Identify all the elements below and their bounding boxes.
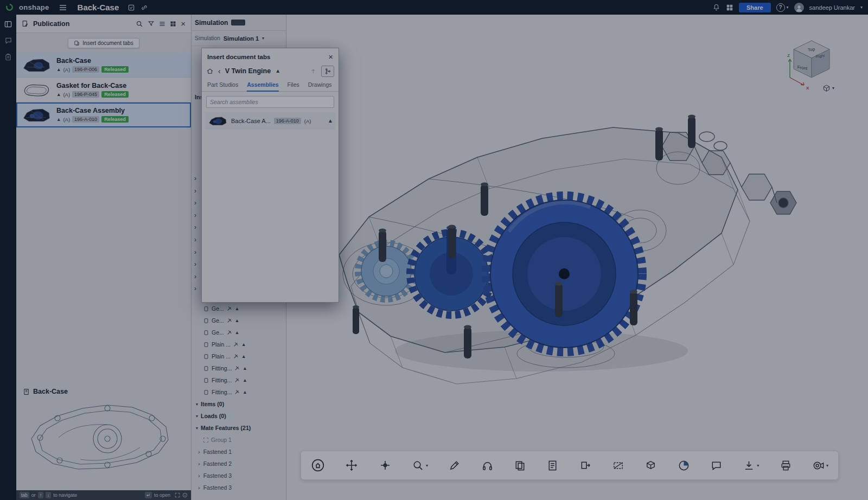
expand-chevron-icon[interactable]: › — [198, 448, 200, 455]
simulation-label: Simulation — [195, 35, 220, 41]
simulation-select[interactable]: Simulation 1 — [224, 35, 259, 42]
feature-row[interactable]: Ge... ▲ — [192, 326, 286, 338]
fastened-row[interactable]: › Fastened 2 — [192, 458, 286, 470]
feature-row[interactable]: Fitting... ▲ — [192, 374, 286, 386]
mate-doc-icon — [203, 330, 209, 336]
explode-view-button[interactable] — [644, 459, 657, 472]
insert-strip: Insert document tabs — [16, 33, 191, 53]
dialog-document-name: V Twin Engine — [225, 67, 271, 75]
released-badge: Released — [101, 91, 129, 98]
fastened-row[interactable]: › Fastened 3 — [192, 482, 286, 493]
assembly-3d-model[interactable] — [308, 96, 840, 411]
feature-row[interactable]: Ge... ▲ — [192, 303, 286, 315]
print-button[interactable] — [780, 459, 792, 472]
view-options-caret-icon[interactable]: ▾ — [832, 86, 834, 91]
section-caret-icon[interactable]: ▾ — [196, 426, 198, 431]
publication-item-back-case-assembly[interactable]: Back-Case Assembly ▲ (A) 196-A-010 Relea… — [16, 102, 191, 127]
card-view-icon[interactable] — [170, 21, 176, 27]
link-icon[interactable] — [141, 4, 148, 11]
fastened-row[interactable]: › Fastened 1 — [192, 446, 286, 458]
pie-chart-button[interactable] — [678, 459, 690, 472]
version-graph-button[interactable] — [321, 66, 334, 77]
tab-part-studios[interactable]: Part Studios — [207, 81, 238, 91]
apps-grid-icon[interactable] — [726, 4, 733, 11]
user-avatar[interactable] — [794, 3, 804, 12]
section-view-button[interactable] — [612, 459, 624, 472]
feature-row[interactable]: Fitting... ▲ — [192, 362, 286, 374]
panels-icon[interactable] — [4, 20, 12, 28]
move-button[interactable] — [379, 459, 392, 472]
help-caret-icon[interactable]: ▾ — [787, 5, 789, 10]
document-button[interactable] — [546, 459, 559, 472]
part-thumbnail — [21, 80, 52, 100]
download-button[interactable]: ▾ — [743, 459, 759, 472]
clipboard-icon[interactable] — [4, 53, 12, 61]
feature-row[interactable]: Plain ... ▲ — [192, 350, 286, 362]
search-icon[interactable] — [136, 20, 143, 28]
filter-funnel-icon[interactable] — [148, 20, 155, 27]
section-mate-features[interactable]: ▾ Mate Features (21) — [192, 422, 286, 434]
user-menu-caret-icon[interactable]: ▾ — [860, 5, 863, 10]
tab-files[interactable]: Files — [288, 81, 299, 91]
comment-button[interactable] — [710, 459, 723, 472]
pan-button[interactable] — [345, 459, 358, 472]
expand-chevron-icon[interactable]: › — [198, 472, 200, 479]
simulation-select-caret-icon[interactable]: ▾ — [262, 36, 264, 41]
feature-row[interactable]: Plain ... ▲ — [192, 338, 286, 350]
tab-assemblies[interactable]: Assemblies — [247, 81, 278, 92]
fit-view-button[interactable] — [311, 458, 325, 472]
fastened-row[interactable]: › Fastened 3 — [192, 470, 286, 482]
search-assemblies-input[interactable] — [206, 96, 334, 108]
download-caret-icon[interactable]: ▾ — [757, 463, 759, 468]
comments-icon[interactable] — [4, 37, 12, 44]
view-cube[interactable]: Top Front Right Z X — [784, 34, 839, 91]
close-panel-icon[interactable]: × — [181, 20, 186, 28]
warning-icon: ▲ — [235, 306, 239, 311]
notifications-bell-icon[interactable] — [712, 3, 720, 11]
warning-icon: ▲ — [242, 366, 247, 371]
home-icon[interactable] — [206, 68, 214, 75]
tab-drawings[interactable]: Drawings — [308, 81, 332, 91]
feature-tree-chevrons[interactable]: ›››››››››› — [194, 172, 202, 295]
section-caret-icon[interactable]: ▾ — [196, 402, 198, 407]
part-thumbnail — [21, 55, 52, 75]
hamburger-menu-icon[interactable] — [59, 4, 67, 11]
headphones-button[interactable] — [481, 459, 494, 472]
record-caret-icon[interactable]: ▾ — [826, 463, 828, 468]
copy-views-button[interactable] — [514, 459, 526, 472]
markup-button[interactable] — [448, 459, 461, 472]
navigate-hint: to navigate — [53, 492, 77, 498]
info-icon[interactable] — [182, 492, 188, 498]
publication-item-gasket[interactable]: Gasket for Back-Case ▲ (A) 196-P-045 Rel… — [16, 78, 191, 102]
up-level-icon[interactable] — [310, 68, 317, 75]
expand-chevron-icon[interactable]: › — [198, 484, 200, 491]
assembly-result-row[interactable]: Back-Case A... 196-A-010 (A) ▲ — [205, 112, 335, 130]
zoom-caret-icon[interactable]: ▾ — [426, 463, 428, 468]
section-caret-icon[interactable]: ▾ — [196, 414, 198, 419]
publication-header: Publication × — [16, 15, 191, 33]
insert-button[interactable] — [579, 459, 592, 472]
expand-icon[interactable] — [175, 492, 180, 498]
help-button[interactable]: ? — [776, 3, 785, 12]
expand-chevron-icon[interactable]: › — [198, 460, 200, 467]
back-chevron-icon[interactable]: ‹ — [218, 67, 221, 75]
section-items[interactable]: ▾ Items (0) — [192, 398, 286, 410]
insert-document-tabs-button[interactable]: Insert document tabs — [68, 38, 139, 48]
simulation-badge — [231, 20, 245, 25]
dialog-close-icon[interactable]: × — [328, 53, 333, 61]
item-name: Back-Case Assembly — [56, 107, 129, 114]
feature-row[interactable]: Fitting... ▲ — [192, 386, 286, 398]
tools-icon — [227, 306, 232, 311]
list-view-icon[interactable] — [159, 21, 165, 27]
zoom-button[interactable]: ▾ — [412, 459, 428, 472]
assembly-thumbnail — [21, 105, 52, 125]
model-viewport[interactable]: Top Front Right Z X ▾ ▾ — [286, 15, 868, 500]
view-options-button[interactable]: ▾ — [822, 84, 834, 92]
record-button[interactable]: ▾ — [812, 459, 828, 472]
versions-check-icon[interactable] — [127, 4, 135, 11]
section-loads[interactable]: ▾ Loads (0) — [192, 410, 286, 422]
share-button[interactable]: Share — [739, 3, 771, 12]
feature-row[interactable]: Ge... ▲ — [192, 315, 286, 326]
group-row[interactable]: Group 1 — [192, 434, 286, 446]
publication-item-back-case[interactable]: Back-Case ▲ (A) 196-P-006 Released — [16, 53, 191, 78]
